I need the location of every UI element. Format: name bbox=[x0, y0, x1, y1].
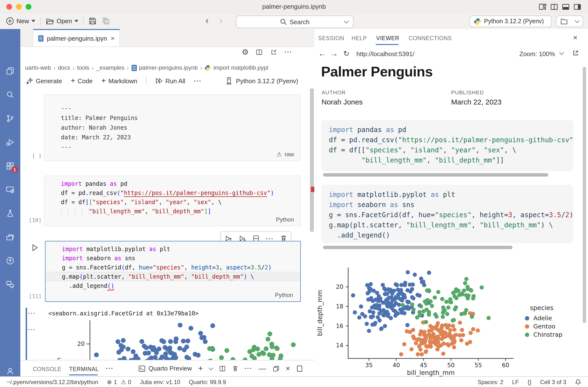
code-block-2-hscrollbar[interactable] bbox=[323, 246, 513, 249]
cell-focus-bar bbox=[26, 308, 27, 363]
viewer-url-field[interactable]: http://localhost:5391/ bbox=[356, 50, 414, 58]
active-tab-underline bbox=[376, 44, 399, 45]
open-in-new-window-icon[interactable] bbox=[270, 48, 278, 56]
notebook-more-actions-icon[interactable]: ··· bbox=[194, 77, 202, 85]
add-code-cell-button[interactable]: +Code bbox=[71, 76, 93, 85]
tab-close-icon[interactable]: × bbox=[111, 34, 115, 42]
svg-text:bill_length_mm: bill_length_mm bbox=[407, 369, 455, 376]
account-icon[interactable] bbox=[5, 366, 15, 376]
notebook-icon bbox=[131, 64, 137, 71]
status-problems[interactable]: ⊗1 ⚠0 bbox=[107, 379, 131, 385]
tab-viewer[interactable]: VIEWER bbox=[376, 35, 399, 41]
customize-layout-icon[interactable] bbox=[539, 3, 546, 11]
editor-more-actions-icon[interactable]: ··· bbox=[285, 48, 292, 56]
panel-more-tabs-icon[interactable]: ··· bbox=[106, 365, 114, 372]
panel-actions: Quarto Preview + ··· — × bbox=[138, 360, 303, 376]
publish-icon[interactable] bbox=[5, 256, 15, 266]
generate-button[interactable]: Generate bbox=[26, 77, 62, 85]
new-button[interactable]: New bbox=[6, 17, 35, 25]
close-panel-icon[interactable]: × bbox=[286, 364, 290, 373]
search-input[interactable]: Search bbox=[236, 16, 354, 28]
search-sidebar-icon[interactable] bbox=[5, 90, 15, 100]
maximize-panel-icon[interactable] bbox=[296, 365, 303, 372]
workspaces-icon[interactable] bbox=[5, 232, 15, 242]
notebook-settings-gear-icon[interactable]: ⚙ bbox=[242, 47, 249, 57]
cell-language-label[interactable]: Python bbox=[203, 216, 294, 223]
nav-forward-icon[interactable]: › bbox=[219, 17, 222, 25]
tab-session[interactable]: SESSION bbox=[318, 35, 344, 41]
viewer-reload-icon[interactable]: ↻ bbox=[343, 49, 349, 58]
tab-help[interactable]: HELP bbox=[352, 35, 367, 41]
tab-console[interactable]: CONSOLE bbox=[33, 366, 62, 372]
toggle-secondary-sidebar-icon[interactable] bbox=[573, 3, 581, 11]
interpreter-selector[interactable]: Python 3.12.2 (Pyenv) bbox=[469, 16, 552, 27]
new-terminal-icon[interactable]: + bbox=[198, 364, 203, 373]
minimize-panel-icon[interactable]: — bbox=[258, 364, 266, 373]
restore-panel-icon[interactable] bbox=[273, 365, 279, 372]
editor-scrollbar[interactable] bbox=[310, 88, 314, 232]
cell-language-label[interactable]: Python bbox=[203, 292, 293, 299]
folder-icon bbox=[560, 18, 568, 24]
output-gutter-toggle[interactable]: ··· bbox=[28, 310, 36, 317]
status-bar: ~/.pyenv/versions/3.12.2/bin/python ⊗1 ⚠… bbox=[0, 376, 588, 387]
nav-back-icon[interactable]: ‹ bbox=[206, 17, 209, 25]
open-in-browser-icon[interactable] bbox=[571, 49, 580, 57]
published-value: March 22, 2023 bbox=[451, 98, 502, 106]
run-cell-icon[interactable] bbox=[31, 244, 39, 252]
remote-session-icon[interactable] bbox=[5, 185, 15, 194]
sparkle-icon bbox=[26, 77, 33, 85]
comments-icon[interactable] bbox=[5, 280, 15, 289]
status-indentation[interactable]: Spaces: 2 bbox=[478, 379, 503, 385]
terminal-type-caret[interactable] bbox=[209, 365, 213, 370]
viewer-scrollbar[interactable] bbox=[583, 67, 586, 323]
svg-text:40: 40 bbox=[393, 362, 400, 369]
raw-cell-code[interactable]: ---title: Palmer Penguinsauthor: Norah J… bbox=[61, 104, 138, 152]
kernel-selector[interactable]: Python 3.12.2 (Pyenv) bbox=[225, 74, 298, 88]
code-block-1-hscrollbar[interactable] bbox=[323, 173, 548, 176]
svg-text:35: 35 bbox=[365, 362, 373, 369]
split-editor-layout-icon[interactable] bbox=[550, 3, 558, 11]
panel-more-actions-icon[interactable]: ··· bbox=[244, 365, 252, 372]
save-icon[interactable] bbox=[88, 17, 97, 25]
status-language-braces[interactable]: {} bbox=[527, 379, 531, 385]
output-gutter-toggle[interactable]: ··· bbox=[28, 326, 36, 333]
svg-text:20: 20 bbox=[336, 283, 343, 290]
explorer-icon[interactable] bbox=[5, 66, 15, 76]
run-all-button[interactable]: Run All bbox=[155, 77, 185, 85]
search-scope-caret[interactable] bbox=[344, 19, 349, 23]
quarto-preview-button[interactable]: Quarto Preview bbox=[138, 365, 192, 372]
split-terminal-icon[interactable] bbox=[219, 365, 226, 372]
status-quarto-version[interactable]: Quarto: 99.9.9 bbox=[189, 379, 226, 385]
workspace-folder-button[interactable] bbox=[556, 16, 583, 27]
breadcrumb[interactable]: uarto-web› docs› tools› _examples› palme… bbox=[25, 63, 268, 72]
viewer-zoom-label[interactable]: Zoom: 100% bbox=[519, 50, 555, 58]
tab-connections[interactable]: CONNECTIONS bbox=[409, 35, 452, 41]
code-cell-11-code[interactable]: import matplotlib.pyplot as pltimport se… bbox=[62, 245, 272, 291]
interpreter-label: Python 3.12.2 (Pyenv) bbox=[484, 18, 544, 25]
testing-icon[interactable] bbox=[5, 209, 15, 218]
source-control-icon[interactable] bbox=[5, 114, 15, 123]
viewer-back-icon[interactable]: ← bbox=[318, 49, 326, 58]
notifications-bell-icon[interactable] bbox=[575, 379, 581, 385]
status-interpreter-path[interactable]: ~/.pyenv/versions/3.12.2/bin/python bbox=[7, 379, 98, 385]
zoom-caret[interactable] bbox=[559, 50, 564, 55]
published-label: PUBLISHED bbox=[451, 89, 484, 95]
kill-terminal-icon[interactable] bbox=[232, 365, 238, 372]
save-all-icon[interactable] bbox=[102, 17, 110, 25]
status-julia-env[interactable]: Julia env: v1.10 bbox=[140, 379, 180, 385]
status-cell-position[interactable]: Cell 3 of 3 bbox=[540, 379, 566, 385]
svg-text:55: 55 bbox=[475, 362, 482, 369]
code-cell-10-code[interactable]: import pandas as pddf = pd.read_csv("htt… bbox=[61, 179, 274, 216]
cell-language-label[interactable]: raw bbox=[285, 151, 294, 158]
run-debug-icon[interactable] bbox=[5, 137, 15, 147]
close-panel-icon[interactable]: × bbox=[573, 33, 578, 42]
split-editor-icon[interactable] bbox=[255, 48, 263, 56]
tab-terminal[interactable]: TERMINAL bbox=[69, 366, 99, 372]
open-button[interactable]: Open bbox=[45, 17, 78, 25]
main-toolbar: New Open ‹ › Search Python 3.12.2 (Pyenv… bbox=[0, 14, 588, 29]
add-markdown-cell-button[interactable]: +Markdown bbox=[101, 76, 137, 85]
status-eol[interactable]: LF bbox=[512, 379, 519, 385]
viewer-forward-icon[interactable]: → bbox=[330, 49, 338, 58]
toggle-panel-icon[interactable] bbox=[562, 3, 570, 11]
tab-palmer-penguins[interactable]: palmer-penguins.ipynb × bbox=[33, 29, 120, 46]
